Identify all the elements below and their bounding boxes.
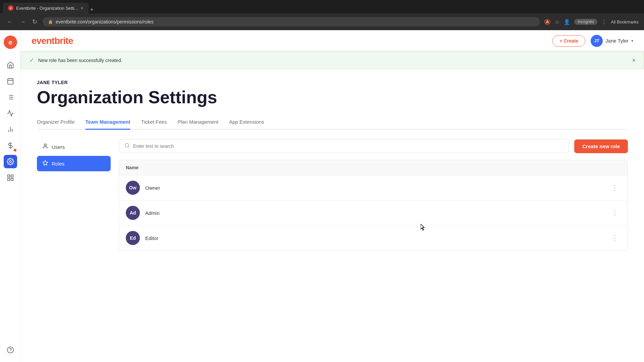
logo-text: eventbrite — [32, 36, 73, 46]
svg-marker-24 — [43, 161, 48, 165]
tab-close-button[interactable]: × — [80, 5, 83, 11]
tab-ticket-fees[interactable]: Ticket Fees — [141, 115, 167, 130]
finance-badge — [14, 149, 16, 152]
sidebar-item-events[interactable] — [4, 74, 17, 88]
sidebar-item-marketing[interactable] — [4, 107, 17, 120]
sidebar-item-apps[interactable] — [4, 171, 17, 184]
tab-app-extensions[interactable]: App Extensions — [229, 115, 264, 130]
refresh-button[interactable]: ↻ — [31, 17, 39, 27]
forward-button[interactable]: → — [18, 17, 27, 27]
editor-actions-menu[interactable]: ⋮ — [609, 233, 621, 243]
sidebar-item-reports[interactable] — [4, 123, 17, 136]
page-title: Organization Settings — [37, 88, 628, 107]
lock-icon: 🔒 — [48, 19, 53, 24]
sidebar-item-finance[interactable] — [4, 139, 17, 152]
incognito-label: Incognito — [578, 19, 594, 24]
address-text: eventbrite.com/organizations/permissions… — [56, 19, 154, 24]
svg-rect-18 — [11, 175, 13, 177]
users-icon — [42, 143, 48, 150]
svg-rect-20 — [7, 178, 9, 180]
tabs: Organizer Profile Team Management Ticket… — [37, 115, 628, 130]
left-panel: Users Roles — [37, 139, 111, 251]
sidebar-item-orders[interactable] — [4, 90, 17, 104]
right-panel: Create new role Name Ow Owner ⋮ — [119, 139, 628, 251]
panel-item-roles-label: Roles — [52, 161, 64, 167]
user-menu[interactable]: JT Jane Tyler ▾ — [591, 35, 633, 47]
svg-text:e: e — [8, 39, 12, 46]
new-tab-button[interactable]: + — [90, 6, 94, 13]
search-input[interactable] — [133, 143, 563, 149]
svg-rect-17 — [7, 175, 9, 177]
table-row: Ad Admin ⋮ — [119, 200, 628, 226]
team-management-layout: Users Roles — [37, 139, 628, 251]
address-bar[interactable]: 🔒 eventbrite.com/organizations/permissio… — [43, 17, 540, 26]
user-avatar: JT — [591, 35, 603, 47]
tab-organizer-profile[interactable]: Organizer Profile — [37, 115, 75, 130]
sidebar-item-settings[interactable] — [4, 155, 17, 168]
admin-avatar: Ad — [126, 206, 140, 220]
editor-name: Editor — [145, 235, 158, 241]
owner-actions-menu[interactable]: ⋮ — [609, 182, 621, 193]
svg-point-23 — [44, 144, 46, 146]
star-icon[interactable]: ☆ — [555, 19, 559, 25]
success-icon: ✓ — [29, 57, 34, 64]
tab-plan-management[interactable]: Plan Management — [177, 115, 218, 130]
app-container: e — [0, 30, 644, 362]
incognito-badge: Incognito — [574, 19, 597, 25]
svg-rect-19 — [11, 178, 13, 180]
sidebar-help-button[interactable] — [4, 343, 17, 357]
org-label: JANE TYLER — [37, 80, 628, 85]
browser-actions: 🔕 ☆ 👤 Incognito ⋮ All Bookmarks — [544, 19, 639, 25]
table-row: Ow Owner ⋮ — [119, 175, 628, 200]
search-box[interactable] — [119, 139, 569, 153]
sidebar-item-home[interactable] — [4, 58, 17, 72]
main-content: eventbrite + Create JT Jane Tyler ▾ ✓ Ne… — [21, 30, 644, 362]
create-new-role-button[interactable]: Create new role — [574, 139, 628, 153]
owner-avatar: Ow — [126, 181, 140, 195]
panel-item-roles[interactable]: Roles — [37, 156, 111, 171]
banner-close-button[interactable]: × — [632, 57, 636, 64]
user-name: Jane Tyler — [605, 38, 629, 44]
logo-icon: e — [0, 36, 24, 49]
extensions-icon[interactable]: ⋮ — [601, 19, 607, 25]
panel-item-users[interactable]: Users — [37, 139, 111, 155]
svg-point-16 — [9, 161, 11, 163]
svg-line-26 — [128, 146, 129, 147]
success-message: New role has been successfully created. — [38, 58, 122, 63]
success-banner: ✓ New role has been successfully created… — [21, 52, 644, 69]
top-nav: eventbrite + Create JT Jane Tyler ▾ — [21, 30, 644, 52]
create-button[interactable]: + Create — [552, 35, 585, 47]
profile-icon[interactable]: 👤 — [564, 19, 570, 25]
admin-name: Admin — [145, 210, 160, 216]
sidebar-logo: e — [0, 36, 24, 50]
page-content: JANE TYLER Organization Settings Organiz… — [21, 69, 644, 362]
table-header: Name — [119, 160, 628, 175]
table-row: Ed Editor ⋮ — [119, 226, 628, 250]
bookmarks-label: All Bookmarks — [611, 19, 639, 24]
owner-name: Owner — [145, 185, 160, 191]
roles-table: Name Ow Owner ⋮ Ad Admin ⋮ — [119, 160, 628, 251]
panel-item-users-label: Users — [52, 144, 65, 150]
table-header-name: Name — [126, 165, 139, 170]
search-create-row: Create new role — [119, 139, 628, 153]
svg-point-25 — [125, 143, 129, 147]
editor-avatar: Ed — [126, 231, 140, 245]
svg-rect-2 — [7, 79, 13, 84]
admin-actions-menu[interactable]: ⋮ — [609, 207, 621, 218]
eventbrite-logo: eventbrite — [32, 36, 73, 46]
eye-slash-icon: 🔕 — [544, 19, 551, 25]
chevron-down-icon: ▾ — [631, 39, 633, 43]
search-icon — [124, 143, 130, 149]
tab-team-management[interactable]: Team Management — [86, 115, 130, 130]
top-nav-right: + Create JT Jane Tyler ▾ — [552, 35, 633, 47]
roles-icon — [42, 160, 48, 167]
browser-tab[interactable]: e Eventbrite - Organization Setti... × — [3, 3, 89, 13]
tab-title: Eventbrite - Organization Setti... — [16, 6, 78, 11]
sidebar: e — [0, 30, 21, 362]
tab-favicon: e — [8, 5, 13, 11]
back-button[interactable]: ← — [5, 17, 14, 27]
browser-chrome: e Eventbrite - Organization Setti... × +… — [0, 0, 644, 30]
